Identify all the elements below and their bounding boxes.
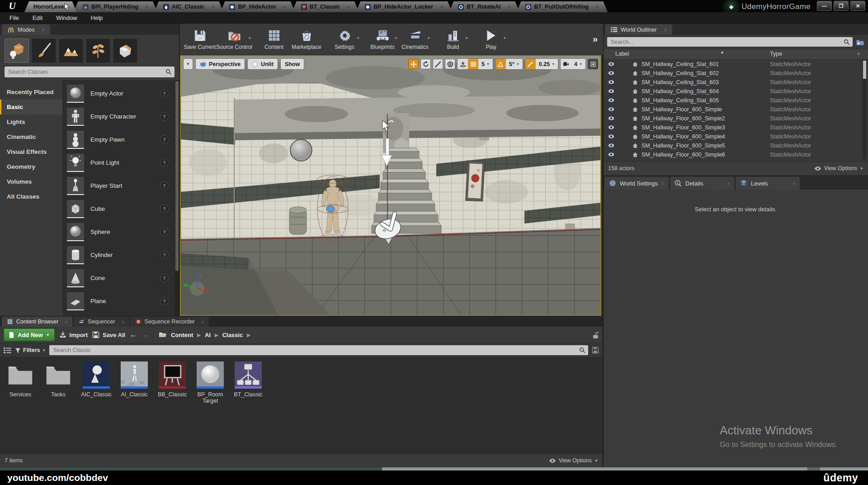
tab-modes[interactable]: Modes x — [2, 24, 50, 35]
help-icon[interactable]: ? — [160, 112, 169, 121]
outliner-row[interactable]: SM_Hallway_Floor_600_Simple5StaticMeshAc… — [604, 141, 868, 150]
cinematics-button[interactable]: ▼Cinematics — [399, 25, 431, 53]
close-button[interactable]: ✕ — [850, 1, 865, 11]
mode-paint-button[interactable] — [32, 38, 56, 63]
close-icon[interactable]: x — [727, 181, 730, 186]
editor-tab-bt-pulloutofhiding[interactable]: BT_PullOutOfHidingx — [516, 1, 608, 12]
place-item-cylinder[interactable]: Cylinder? — [62, 243, 175, 266]
dropdown-caret-icon[interactable]: ▼ — [427, 36, 430, 40]
dropdown-caret-icon[interactable]: ▼ — [248, 36, 251, 40]
tab-levels[interactable]: Levelsx — [736, 177, 800, 190]
place-item-player-start[interactable]: Player Start? — [62, 174, 175, 197]
mode-geometry-button[interactable] — [113, 38, 137, 63]
category-cinematic[interactable]: Cinematic — [0, 129, 62, 144]
asset-services[interactable]: Services — [2, 361, 39, 398]
help-icon[interactable]: ? — [160, 297, 169, 305]
place-item-empty-actor[interactable]: Empty Actor? — [62, 82, 175, 105]
scale-snap-toggle[interactable] — [525, 59, 536, 69]
category-basic[interactable]: Basic — [0, 100, 62, 114]
outliner-row[interactable]: SM_Hallway_Floor_600_Simple3StaticMeshAc… — [604, 123, 868, 132]
place-item-cube[interactable]: Cube? — [62, 197, 175, 220]
breadcrumb-ai[interactable]: AI — [205, 332, 211, 338]
back-button[interactable]: ← — [130, 331, 137, 339]
camera-speed-button[interactable] — [561, 59, 571, 69]
help-icon[interactable]: ? — [160, 228, 169, 236]
close-icon[interactable]: x — [440, 4, 443, 10]
outliner-row[interactable]: SM_Hallway_Ceiling_Slat_603StaticMeshAct… — [604, 78, 868, 87]
outliner-search-input[interactable] — [610, 38, 844, 46]
world-local-toggle[interactable] — [445, 59, 455, 69]
asset-search-input[interactable] — [52, 347, 579, 354]
grid-snap-toggle[interactable] — [468, 59, 478, 69]
breadcrumb-classic[interactable]: Classic — [222, 332, 243, 338]
restore-button[interactable]: ❐ — [834, 1, 849, 11]
menu-help[interactable]: Help — [84, 14, 110, 21]
view-options-button[interactable]: View Options▼ — [549, 457, 598, 464]
save-search-icon[interactable] — [592, 347, 599, 354]
category-all-classes[interactable]: All Classes — [0, 189, 62, 204]
scale-snap-value[interactable]: 0.25▼ — [536, 59, 558, 69]
outliner-row[interactable]: SM_Hallway_Ceiling_Slat_604StaticMeshAct… — [604, 87, 868, 96]
minimize-button[interactable]: — — [817, 1, 832, 11]
close-icon[interactable]: x — [665, 27, 667, 32]
sources-panel-icon[interactable] — [4, 347, 11, 354]
scale-tool-button[interactable] — [433, 59, 443, 69]
type-filter-caret-icon[interactable]: ▼ — [857, 52, 861, 56]
breadcrumb-content[interactable]: Content — [171, 332, 193, 338]
camera-speed-value[interactable]: 4▼ — [571, 59, 585, 69]
settings-button[interactable]: ▼Settings — [328, 25, 361, 53]
place-item-cone[interactable]: Cone? — [62, 266, 175, 290]
outliner-row[interactable]: SM_Hallway_Floor_600_Simple2StaticMeshAc… — [604, 114, 868, 123]
asset-ai-classic[interactable]: AI_Classic — [116, 361, 153, 398]
menu-edit[interactable]: Edit — [26, 14, 49, 21]
editor-tab-bpi-playerhiding[interactable]: BPI_PlayerHidingx — [74, 1, 157, 12]
tab-details[interactable]: Detailsx — [670, 177, 734, 190]
marketplace-button[interactable]: Marketplace — [290, 25, 323, 53]
level-viewport[interactable]: Z ▼ Perspective Unlit Show — [180, 55, 601, 316]
column-type[interactable]: Type — [770, 51, 782, 57]
editor-tab-bt-rotateai[interactable]: BT_RotateAIx — [449, 1, 519, 12]
mode-landscape-button[interactable] — [59, 38, 83, 63]
new-folder-icon[interactable] — [856, 38, 864, 46]
asset-bp-room-target[interactable]: BP_Room Target — [192, 361, 229, 404]
category-volumes[interactable]: Volumes — [0, 174, 62, 189]
help-icon[interactable]: ? — [160, 89, 169, 98]
place-item-plane[interactable]: Plane? — [62, 290, 175, 313]
place-item-empty-character[interactable]: Empty Character? — [62, 105, 175, 128]
grid-snap-value[interactable]: 5▼ — [478, 59, 493, 69]
maximize-viewport-button[interactable] — [588, 59, 598, 69]
outliner-row[interactable]: SM_Hallway_Floor_600_Simple6StaticMeshAc… — [604, 150, 868, 159]
asset-aic-classic[interactable]: AIC_Classic — [78, 361, 115, 398]
close-icon[interactable]: x — [65, 319, 67, 324]
help-icon[interactable]: ? — [160, 158, 169, 167]
save-all-button[interactable]: Save All — [92, 331, 125, 338]
close-icon[interactable]: x — [283, 4, 286, 10]
build-button[interactable]: ▼Build — [437, 25, 469, 53]
translate-tool-button[interactable] — [408, 59, 419, 69]
close-icon[interactable]: x — [347, 4, 350, 10]
rotate-tool-button[interactable] — [420, 59, 431, 69]
viewport-camera-mode-button[interactable]: Perspective — [195, 58, 245, 70]
toolbar-overflow-button[interactable]: » — [593, 34, 599, 44]
tab-world-outliner[interactable]: World Outliner x — [605, 24, 672, 35]
editor-tab-bt-classic[interactable]: BT_Classicx — [292, 1, 359, 12]
modes-scrollbar[interactable] — [175, 80, 179, 316]
place-item-point-light[interactable]: Point Light? — [62, 151, 175, 174]
close-icon[interactable]: x — [202, 319, 204, 324]
editor-tab-bp-hideactor[interactable]: BP_HideActorx — [220, 1, 295, 12]
category-recently-placed[interactable]: Recently Placed — [0, 85, 62, 100]
search-classes-input[interactable] — [7, 68, 165, 76]
video-progress-bar[interactable] — [0, 467, 868, 471]
tab-sequence-recorder[interactable]: Sequence Recorderx — [130, 317, 209, 327]
category-visual-effects[interactable]: Visual Effects — [0, 144, 62, 159]
mode-foliage-button[interactable] — [86, 38, 110, 63]
viewport-view-mode-button[interactable]: Unlit — [247, 58, 278, 70]
category-geometry[interactable]: Geometry — [0, 159, 62, 174]
editor-tab-aic-classic[interactable]: AIC_Classicx — [154, 1, 223, 12]
rotation-snap-toggle[interactable] — [495, 59, 506, 69]
close-icon[interactable]: x — [793, 181, 795, 186]
add-new-button[interactable]: Add New▼ — [4, 328, 55, 341]
help-icon[interactable]: ? — [160, 274, 169, 282]
surface-snap-button[interactable] — [458, 59, 468, 69]
close-icon[interactable]: x — [662, 181, 664, 186]
